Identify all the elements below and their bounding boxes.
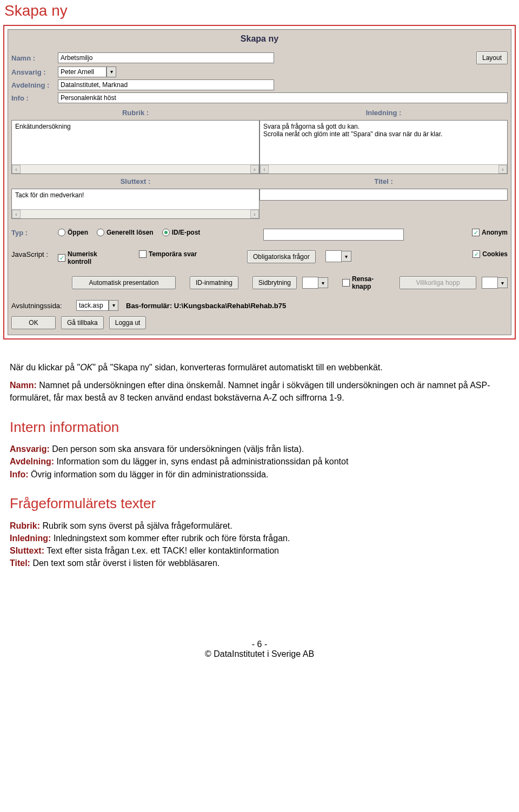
checkbox-numerisk-label: Numerisk kontroll bbox=[68, 250, 116, 265]
label-javascript: JavaScript : bbox=[11, 250, 58, 258]
para-intro: När du klickar på "OK" på "Skapa ny" sid… bbox=[10, 361, 509, 374]
lead-rubrik: Rubrik: bbox=[10, 521, 40, 530]
label-typ: Typ : bbox=[11, 229, 58, 237]
lead-ansvarig: Ansvarig: bbox=[10, 444, 50, 454]
sidbrytning-dropdown[interactable]: ▾ bbox=[302, 277, 328, 289]
input-namn[interactable]: Arbetsmiljo bbox=[58, 52, 274, 63]
row-typ: Typ : Öppen Generellt lösen ID/E-post An… bbox=[11, 229, 508, 241]
logout-button[interactable]: Logga ut bbox=[109, 316, 147, 329]
chevron-down-icon[interactable]: ▾ bbox=[107, 66, 116, 77]
lead-titel: Titel: bbox=[10, 558, 30, 568]
para-sluttext: Sluttext: Text efter sista frågan t.ex. … bbox=[10, 544, 509, 557]
scroll-right-icon[interactable]: › bbox=[498, 165, 507, 174]
textarea-inledning-text: Svara på frågorna så gott du kan. Scroll… bbox=[263, 123, 442, 138]
checkbox-rensa-label: Rensa-knapp bbox=[352, 275, 384, 290]
select-ansvarig[interactable]: Peter Arnell ▾ bbox=[58, 66, 116, 77]
chevron-down-icon[interactable]: ▾ bbox=[109, 300, 118, 311]
input-avdelning[interactable]: DataInstitutet, Marknad bbox=[58, 79, 274, 90]
para-rubrik: Rubrik: Rubrik som syns överst på själva… bbox=[10, 520, 509, 532]
scroll-left-icon[interactable]: ‹ bbox=[12, 165, 21, 174]
textarea-sluttext[interactable]: Tack för din medverkan! ‹› bbox=[11, 189, 260, 219]
text: Inledningstext som kommer efter rubrik o… bbox=[51, 534, 290, 543]
doc-body: När du klickar på "OK" på "Skapa ny" sid… bbox=[0, 340, 519, 569]
radio-generellt-label: Generellt lösen bbox=[107, 229, 154, 236]
select-avslut[interactable]: tack.asp ▾ bbox=[76, 300, 118, 311]
textarea-rubrik[interactable]: Enkätundersökning ‹› bbox=[11, 120, 260, 174]
text: Den person som ska ansvara för undersökn… bbox=[50, 444, 304, 454]
text: Text efter sista frågan t.ex. ett TACK! … bbox=[44, 546, 279, 555]
row-namn: Namn : Arbetsmiljo Layout bbox=[11, 51, 508, 64]
bas-formular-text: Bas-formulär: U:\Kungsbacka\Rehab\Rehab.… bbox=[126, 302, 286, 310]
chevron-down-icon[interactable]: ▾ bbox=[318, 277, 328, 288]
copyright: © DataInstitutet i Sverige AB bbox=[0, 649, 519, 659]
checkbox-cookies-label: Cookies bbox=[482, 250, 508, 258]
page-heading: Skapa ny bbox=[4, 2, 519, 19]
text: Övrig information som du lägger in för d… bbox=[29, 470, 269, 479]
row-footer-buttons: OK Gå tillbaka Logga ut bbox=[11, 316, 508, 329]
row-ansvarig: Ansvarig : Peter Arnell ▾ bbox=[11, 66, 508, 77]
label-avslutningssida: Avslutningssida: bbox=[11, 302, 76, 310]
text: Rubrik som syns överst på själva frågefo… bbox=[40, 521, 232, 530]
pair-textareas-1: Enkätundersökning ‹› Svara på frågorna s… bbox=[11, 120, 508, 174]
input-titel[interactable] bbox=[260, 189, 508, 201]
lead-avdelning: Avdelning: bbox=[10, 457, 54, 466]
checkbox-rensa[interactable]: Rensa-knapp bbox=[342, 275, 384, 290]
checkbox-temporara[interactable]: Temporära svar bbox=[139, 250, 197, 258]
header-inledning: Inledning : bbox=[260, 105, 508, 120]
para-namn: Namn: Namnet på undersökningen efter din… bbox=[10, 379, 509, 404]
scrollbar-horizontal[interactable]: ‹› bbox=[12, 209, 259, 218]
villkorliga-button[interactable]: Villkorliga hopp bbox=[400, 276, 476, 289]
scrollbar-horizontal[interactable]: ‹› bbox=[12, 164, 259, 174]
label-avdelning: Avdelning : bbox=[11, 81, 58, 89]
pair-headers-2: Sluttext : Titel : bbox=[11, 174, 508, 189]
checkbox-cookies[interactable]: Cookies bbox=[473, 250, 508, 258]
input-typ-extra[interactable] bbox=[263, 229, 404, 241]
scroll-right-icon[interactable]: › bbox=[250, 165, 259, 174]
label-info: Info : bbox=[11, 94, 58, 102]
obligatoriska-button[interactable]: Obligatoriska frågor bbox=[247, 250, 316, 263]
header-sluttext: Sluttext : bbox=[11, 174, 260, 189]
autopresentation-button[interactable]: Automatisk presentation bbox=[72, 276, 176, 289]
scrollbar-horizontal[interactable]: ‹› bbox=[260, 164, 507, 174]
select-avslut-value: tack.asp bbox=[76, 300, 109, 311]
radio-oppen[interactable]: Öppen bbox=[58, 229, 88, 236]
scroll-right-icon[interactable]: › bbox=[250, 210, 259, 218]
label-ansvarig: Ansvarig : bbox=[11, 68, 58, 76]
layout-button[interactable]: Layout bbox=[476, 51, 508, 64]
radio-idepost[interactable]: ID/E-post bbox=[162, 229, 201, 236]
input-info[interactable]: Personalenkät höst bbox=[58, 92, 508, 103]
lead-info: Info: bbox=[10, 470, 29, 479]
obligatoriska-dropdown[interactable]: ▾ bbox=[325, 250, 351, 262]
row-info: Info : Personalenkät höst bbox=[11, 92, 508, 103]
scroll-left-icon[interactable]: ‹ bbox=[260, 165, 269, 174]
ok-button[interactable]: OK bbox=[11, 316, 56, 329]
form-panel: Skapa ny Namn : Arbetsmiljo Layout Ansva… bbox=[8, 29, 511, 335]
villkorliga-dropdown[interactable]: ▾ bbox=[482, 277, 508, 289]
label-namn: Namn : bbox=[11, 54, 58, 62]
typ-options: Öppen Generellt lösen ID/E-post bbox=[58, 229, 242, 236]
sidbrytning-button[interactable]: Sidbrytning bbox=[252, 276, 297, 289]
text: " på "Skapa ny" sidan, konverteras formu… bbox=[92, 363, 382, 372]
para-ansvarig: Ansvarig: Den person som ska ansvara för… bbox=[10, 443, 509, 455]
textarea-inledning[interactable]: Svara på frågorna så gott du kan. Scroll… bbox=[260, 120, 508, 174]
text: Namnet på undersökningen efter dina önsk… bbox=[10, 381, 490, 402]
back-button[interactable]: Gå tillbaka bbox=[61, 316, 104, 329]
checkbox-temporara-label: Temporära svar bbox=[149, 250, 197, 258]
chevron-down-icon[interactable]: ▾ bbox=[342, 251, 351, 262]
heading-intern-information: Intern information bbox=[10, 417, 509, 438]
radio-generellt[interactable]: Generellt lösen bbox=[97, 229, 154, 236]
radio-idepost-label: ID/E-post bbox=[172, 229, 201, 236]
row-avslut: Avslutningssida: tack.asp ▾ Bas-formulär… bbox=[11, 300, 508, 311]
idinmatning-button[interactable]: ID-inmatning bbox=[190, 276, 238, 289]
header-rubrik: Rubrik : bbox=[11, 105, 260, 120]
row-javascript: JavaScript : Numerisk kontroll Temporära… bbox=[11, 250, 508, 265]
page-footer: - 6 - © DataInstitutet i Sverige AB bbox=[0, 575, 519, 664]
text: Den text som står överst i listen för we… bbox=[30, 558, 219, 568]
chevron-down-icon[interactable]: ▾ bbox=[498, 277, 508, 288]
scroll-left-icon[interactable]: ‹ bbox=[12, 210, 21, 218]
checkbox-anonym[interactable]: Anonym bbox=[472, 229, 508, 236]
pair-headers-1: Rubrik : Inledning : bbox=[11, 105, 508, 120]
page-number: - 6 - bbox=[0, 640, 519, 649]
checkbox-anonym-label: Anonym bbox=[482, 229, 508, 236]
checkbox-numerisk[interactable]: Numerisk kontroll bbox=[58, 250, 116, 265]
